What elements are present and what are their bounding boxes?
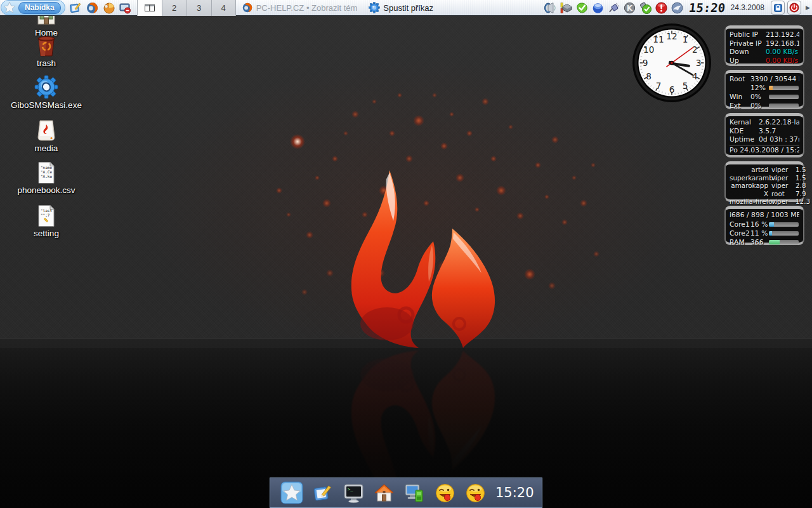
svg-text:10: 10 [643, 44, 654, 55]
svg-text:"";7: "";7 [41, 213, 50, 217]
private-ip-value: 192.168.10.2 [766, 39, 799, 48]
disk-bar [769, 95, 799, 99]
bottom-dock: >_ [270, 478, 542, 508]
lock-session-button[interactable] [771, 1, 785, 15]
ram-bar [769, 240, 799, 244]
cpu-header: i686 / 898 / 1003 MB [730, 211, 799, 220]
desktop-icon-phonebook[interactable]: "name "A.Ce "A.ko phonebook.csv [8, 161, 84, 195]
svg-text:"A.ko: "A.ko [41, 174, 52, 178]
svg-text:5: 5 [683, 81, 688, 91]
svg-text:2: 2 [692, 44, 698, 55]
panel-hide-arrow[interactable]: ▶ [804, 0, 812, 16]
search-orb-icon[interactable] [591, 1, 605, 15]
logout-button[interactable] [787, 1, 801, 15]
desktop-icon-media[interactable]: media [8, 119, 84, 153]
desktop-icon-label: GiboSMSMasi.exe [11, 100, 82, 110]
disk-monitor-icon[interactable] [560, 1, 573, 15]
klipper-icon[interactable]: K [623, 1, 636, 15]
kernel-value: 2.6.22.18-laptop-1md [759, 118, 799, 127]
top-panel: Nabídka [0, 0, 812, 16]
disk-bar [769, 86, 799, 90]
task-run-command[interactable]: Spustit příkaz [363, 0, 439, 16]
svg-text:12: 12 [666, 31, 677, 41]
disk-usage-icon[interactable] [102, 1, 115, 15]
svg-text:K: K [627, 3, 633, 12]
svg-text:4: 4 [692, 71, 698, 81]
desktop-pager: 2 3 4 [137, 0, 236, 16]
process-row: Xroot7.9 [730, 190, 799, 198]
pager-desktop-1[interactable] [137, 0, 162, 16]
notes-icon[interactable] [313, 483, 334, 504]
system-tray: K [544, 1, 684, 15]
text-file-icon: "name "A.Ce "A.ko [37, 161, 56, 184]
star-menu-icon[interactable] [280, 481, 303, 504]
desktop-icon-setting[interactable]: "last "";7 setting [8, 204, 84, 238]
disk-label: Root [730, 75, 750, 84]
pager-desktop-2[interactable]: 2 [162, 0, 187, 16]
cpu-bar [769, 222, 799, 227]
smiley-icon[interactable] [435, 483, 455, 504]
terminal-icon[interactable]: >_ [343, 483, 364, 504]
window-glyph-icon [145, 4, 155, 11]
firefox-icon[interactable] [86, 1, 99, 15]
ram-value: 366 [750, 238, 769, 246]
sys-label: Uptime [730, 135, 759, 144]
task-firefox[interactable]: PC-HELP.CZ • Zobrazit tém [236, 0, 363, 16]
system-datetime: Po 24.03.2008 / 15:20:09 [730, 146, 799, 154]
pager-desktop-3[interactable]: 3 [187, 0, 211, 16]
text-file-icon: "last "";7 [37, 204, 56, 227]
home-icon[interactable] [374, 483, 395, 504]
quick-launch [69, 1, 132, 15]
kde-version-value: 3.5.7 [759, 127, 799, 136]
network-connected-icon[interactable] [639, 1, 652, 15]
disk-row-label: Ext [730, 102, 750, 110]
disk-bar [769, 104, 799, 108]
ram-row-label: RAM [730, 238, 750, 246]
analog-clock-widget[interactable]: 12 1 2 3 4 5 6 7 8 9 10 11 [632, 23, 712, 103]
cpu-bar [769, 231, 799, 236]
process-row: amarokappviper2.8 [730, 182, 799, 190]
disk-widget: Root3390 / 30544 MB 12% Win0% Ext0% [724, 70, 804, 109]
cpu-row-label: Core2 [730, 229, 750, 237]
svg-text:"last: "last [41, 208, 52, 213]
menu-button[interactable]: Nabídka [1, 0, 65, 15]
package-manager-icon[interactable] [404, 483, 425, 504]
disk-row-label: Win [730, 93, 750, 101]
smiley-icon[interactable] [465, 483, 486, 504]
panel-date[interactable]: 24.3.2008 [731, 3, 764, 12]
process-list-widget: artsdviper1.5 superkarambaviper1.5 amaro… [724, 161, 804, 202]
svg-text:"name: "name [41, 165, 52, 170]
svg-text:>_: >_ [348, 487, 353, 492]
desktop-icon-gibosmsmasi[interactable]: GiboSMSMasi.exe [8, 75, 84, 110]
cpu-pct: 16 % [750, 220, 769, 229]
alert-icon[interactable] [655, 1, 668, 15]
power-icon [789, 3, 799, 13]
task-label: PC-HELP.CZ • Zobrazit tém [256, 3, 358, 13]
gear-app-icon [34, 75, 58, 99]
process-row: mozilla-firefoxviper12.3 [730, 197, 799, 206]
dock-clock[interactable]: 15:20 [495, 485, 534, 500]
firefox-icon [242, 2, 253, 13]
trash-icon [36, 34, 57, 57]
network-widget: Public IP213.192.4.58 Private IP192.168.… [724, 25, 804, 66]
panel-clock[interactable]: 15:20 [688, 1, 726, 15]
media-drive-icon [36, 119, 57, 142]
notes-icon[interactable] [69, 1, 82, 15]
updates-ready-icon[interactable] [575, 1, 589, 15]
lock-icon [773, 3, 783, 13]
svg-text:6: 6 [669, 84, 675, 95]
svg-text:9: 9 [643, 58, 648, 68]
disk-pct: 0% [750, 102, 769, 110]
process-row: artsdviper1.5 [730, 166, 799, 174]
pager-desktop-4[interactable]: 4 [211, 0, 236, 16]
screen-tool-icon[interactable] [119, 1, 132, 15]
volume-icon[interactable] [544, 1, 557, 15]
process-row: superkarambaviper1.5 [730, 174, 799, 182]
power-plug-icon[interactable] [607, 1, 620, 15]
svg-text:1: 1 [683, 34, 688, 44]
flame-logo [348, 164, 504, 349]
svg-text:3: 3 [696, 58, 702, 68]
desktop-icon-trash[interactable]: trash [8, 34, 84, 68]
net-label: Private IP [730, 39, 766, 48]
download-icon[interactable] [671, 1, 684, 15]
